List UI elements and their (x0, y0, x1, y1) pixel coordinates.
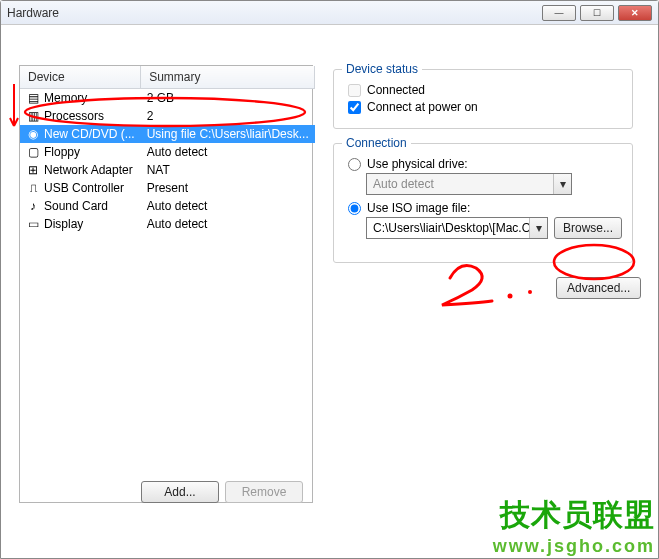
device-name: Display (44, 217, 83, 231)
poweron-row[interactable]: Connect at power on (348, 100, 622, 114)
device-summary: NAT (141, 161, 315, 179)
table-row[interactable]: ▭DisplayAuto detect (20, 215, 315, 233)
minimize-button[interactable]: — (542, 5, 576, 21)
iso-path-value: C:\Users\liair\Desktop\[Mac.OS. (373, 221, 542, 235)
device-summary: 2 (141, 107, 315, 125)
maximize-button[interactable]: ☐ (580, 5, 614, 21)
col-device[interactable]: Device (20, 66, 141, 89)
advanced-button[interactable]: Advanced... (556, 277, 641, 299)
floppy-icon: ▢ (26, 145, 40, 159)
device-summary: Present (141, 179, 315, 197)
device-name: USB Controller (44, 181, 124, 195)
sound-icon: ♪ (26, 199, 40, 213)
cpu-icon: ▥ (26, 109, 40, 123)
connected-row[interactable]: Connected (348, 83, 622, 97)
device-summary: Auto detect (141, 197, 315, 215)
connected-label: Connected (367, 83, 425, 97)
device-name: New CD/DVD (... (44, 127, 135, 141)
display-icon: ▭ (26, 217, 40, 231)
device-name: Network Adapter (44, 163, 133, 177)
content-area: Device Summary ▤Memory2 GB▥Processors2◉N… (1, 25, 658, 558)
table-row[interactable]: ▢FloppyAuto detect (20, 143, 315, 161)
iso-row[interactable]: Use ISO image file: (348, 201, 622, 215)
device-name: Memory (44, 91, 87, 105)
window-title: Hardware (7, 6, 542, 20)
device-summary: 2 GB (141, 89, 315, 108)
connected-checkbox[interactable] (348, 84, 361, 97)
table-row[interactable]: ◉New CD/DVD (...Using file C:\Users\liai… (20, 125, 315, 143)
physical-drive-radio[interactable] (348, 158, 361, 171)
iso-radio[interactable] (348, 202, 361, 215)
hardware-window: Hardware — ☐ ✕ Device Summary ▤Memory2 G… (0, 0, 659, 559)
connection-group: Connection Use physical drive: Auto dete… (333, 143, 633, 263)
device-status-legend: Device status (342, 62, 422, 76)
physical-drive-row[interactable]: Use physical drive: (348, 157, 622, 171)
nic-icon: ⊞ (26, 163, 40, 177)
remove-button: Remove (225, 481, 303, 503)
add-button[interactable]: Add... (141, 481, 219, 503)
iso-path-combo[interactable]: C:\Users\liair\Desktop\[Mac.OS. ▾ (366, 217, 548, 239)
connection-legend: Connection (342, 136, 411, 150)
device-name: Sound Card (44, 199, 108, 213)
col-summary[interactable]: Summary (141, 66, 315, 89)
memory-icon: ▤ (26, 91, 40, 105)
iso-label: Use ISO image file: (367, 201, 470, 215)
cd-icon: ◉ (26, 127, 40, 141)
physical-drive-value: Auto detect (373, 177, 434, 191)
table-row[interactable]: ⊞Network AdapterNAT (20, 161, 315, 179)
device-name: Processors (44, 109, 104, 123)
close-button[interactable]: ✕ (618, 5, 652, 21)
physical-drive-combo: Auto detect ▾ (366, 173, 572, 195)
poweron-label: Connect at power on (367, 100, 478, 114)
device-summary: Auto detect (141, 143, 315, 161)
usb-icon: ⎍ (26, 181, 40, 195)
poweron-checkbox[interactable] (348, 101, 361, 114)
table-row[interactable]: ▥Processors2 (20, 107, 315, 125)
browse-button[interactable]: Browse... (554, 217, 622, 239)
chevron-down-icon: ▾ (553, 174, 571, 194)
table-row[interactable]: ⎍USB ControllerPresent (20, 179, 315, 197)
device-list-panel: Device Summary ▤Memory2 GB▥Processors2◉N… (19, 65, 313, 503)
physical-drive-label: Use physical drive: (367, 157, 468, 171)
device-name: Floppy (44, 145, 80, 159)
chevron-down-icon[interactable]: ▾ (529, 218, 547, 238)
table-row[interactable]: ♪Sound CardAuto detect (20, 197, 315, 215)
titlebar: Hardware — ☐ ✕ (1, 1, 658, 25)
device-summary: Using file C:\Users\liair\Desk... (141, 125, 315, 143)
device-summary: Auto detect (141, 215, 315, 233)
table-row[interactable]: ▤Memory2 GB (20, 89, 315, 108)
device-status-group: Device status Connected Connect at power… (333, 69, 633, 129)
